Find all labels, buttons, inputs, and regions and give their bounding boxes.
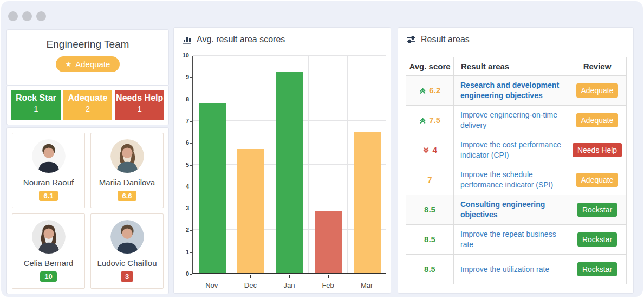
result-area-link[interactable]: Improve engineering-on-time delivery (460, 111, 557, 129)
member-card[interactable]: Celia Bernard 10 (12, 213, 85, 289)
avg-score-value: 4 (432, 145, 437, 154)
y-axis-label: 1 (176, 249, 189, 255)
table-body: 6.2 Research and development engineering… (406, 76, 627, 284)
gridline-h (193, 55, 386, 56)
result-areas-table: Avg. score Result areas Review 6.2 Resea… (406, 57, 627, 284)
x-axis-tick (289, 275, 290, 278)
y-axis-tick (190, 230, 192, 231)
table-row: 6.2 Research and development engineering… (406, 76, 627, 106)
y-axis-tick (190, 252, 192, 253)
window-dot (36, 11, 46, 21)
app-window: Engineering Team ★ Adequate Rock Star 1 … (1, 1, 643, 297)
member-card[interactable]: Ludovic Chaillou 3 (90, 213, 164, 289)
y-axis-label: 0 (176, 270, 189, 277)
member-name: Celia Bernard (12, 258, 84, 268)
bar-mar (354, 132, 381, 273)
bar-nov (199, 103, 226, 273)
result-area-link[interactable]: Improve the utilization rate (460, 265, 549, 274)
avg-score-cell: 8.5 (406, 195, 454, 225)
team-title: Engineering Team (7, 38, 168, 50)
bar-dec (237, 149, 264, 273)
result-area-cell: Improve engineering-on-time delivery (454, 106, 568, 135)
table-row: 4 Improve the cost performance indicator… (406, 135, 627, 165)
review-cell: Rockstar (568, 225, 627, 255)
sliders-icon (407, 35, 417, 44)
bar-feb (315, 211, 342, 273)
result-areas-card: Result areas Avg. score Result areas Rev… (398, 27, 634, 294)
result-area-link[interactable]: Consulting engineering objectives (460, 200, 545, 219)
review-badge: Needs Help (573, 143, 622, 157)
x-axis-tick (212, 275, 212, 278)
avatar (110, 139, 144, 173)
y-axis-label: 5 (176, 161, 189, 168)
member-name: Mariia Danilova (91, 178, 163, 187)
avg-score-value: 7.5 (429, 115, 440, 125)
avg-score-cell: 8.5 (406, 225, 454, 255)
result-area-cell: Improve the utilization rate (454, 255, 568, 284)
results-card-title: Result areas (398, 28, 633, 44)
x-axis-label-mar: Mar (347, 281, 386, 289)
avg-score-value: 8.5 (424, 235, 435, 244)
y-axis-tick (190, 121, 192, 122)
y-axis-tick (190, 143, 192, 144)
member-card[interactable]: Mariia Danilova 6.6 (90, 133, 164, 208)
avatar (110, 220, 144, 254)
member-card[interactable]: Nouran Raouf 6.1 (12, 133, 85, 208)
stat-label: Adequate (63, 93, 113, 103)
result-area-link[interactable]: Improve the repeat business rate (460, 230, 556, 249)
y-axis-tick (190, 187, 192, 187)
window-chrome-dots (8, 11, 46, 21)
table-row: 8.5 Improve the repeat business rate Roc… (406, 225, 627, 255)
result-area-cell: Research and development engineering obj… (454, 76, 568, 106)
y-axis-tick (190, 77, 192, 78)
stat-box: Needs Help 1 (115, 90, 164, 120)
y-axis-label: 6 (176, 139, 189, 146)
y-axis-label: 10 (176, 52, 189, 59)
x-axis-label-dec: Dec (231, 281, 270, 289)
gridline-v (308, 56, 309, 273)
member-score-badge: 10 (40, 271, 56, 282)
y-axis-tick (190, 100, 192, 100)
review-badge: Rockstar (577, 203, 617, 217)
member-score-badge: 6.1 (39, 191, 57, 201)
y-axis-tick (190, 165, 192, 166)
avg-score-value: 7 (427, 175, 432, 184)
y-axis-label: 7 (176, 118, 189, 124)
window-dot (8, 11, 18, 21)
window-dot (22, 11, 32, 21)
team-summary-card: Engineering Team ★ Adequate (6, 29, 169, 86)
double-chevron-up-icon (419, 87, 426, 94)
avg-score-value: 6.2 (429, 86, 440, 95)
y-axis-tick (190, 56, 192, 56)
x-axis-tick (367, 275, 367, 278)
result-area-cell: Consulting engineering objectives (454, 195, 568, 225)
x-axis-tick (250, 275, 251, 278)
screenshot-stage: Engineering Team ★ Adequate Rock Star 1 … (0, 0, 644, 298)
review-badge: Adequate (576, 83, 619, 98)
header-avg-score: Avg. score (406, 57, 454, 76)
results-title: Result areas (421, 35, 470, 44)
result-area-cell: Improve the schedule performance indicat… (454, 165, 568, 195)
star-icon: ★ (66, 61, 72, 68)
header-review: Review (568, 57, 627, 76)
member-score-badge: 3 (121, 271, 133, 282)
y-axis-label: 3 (176, 205, 189, 211)
table-row: 8.5 Improve the utilization rate Rocksta… (406, 255, 627, 284)
stat-box: Rock Star 1 (11, 90, 61, 120)
gridline-v (347, 56, 348, 273)
result-area-link[interactable]: Research and development engineering obj… (460, 81, 559, 100)
review-badge: Adequate (576, 173, 619, 187)
double-chevron-down-icon (422, 147, 430, 154)
review-badge: Rockstar (577, 232, 617, 247)
avg-score-cell: 7 (406, 165, 454, 195)
review-badge: Rockstar (577, 262, 617, 276)
result-area-link[interactable]: Improve the cost performance indicator (… (460, 140, 561, 159)
stat-label: Rock Star (11, 93, 61, 103)
x-axis-label-feb: Feb (309, 281, 348, 289)
stat-value: 2 (63, 104, 113, 113)
review-badge: Adequate (576, 113, 619, 127)
team-rating-badge: ★ Adequate (56, 56, 120, 72)
avg-score-cell: 7.5 (406, 106, 454, 135)
review-cell: Needs Help (568, 135, 627, 165)
result-area-link[interactable]: Improve the schedule performance indicat… (460, 170, 553, 189)
